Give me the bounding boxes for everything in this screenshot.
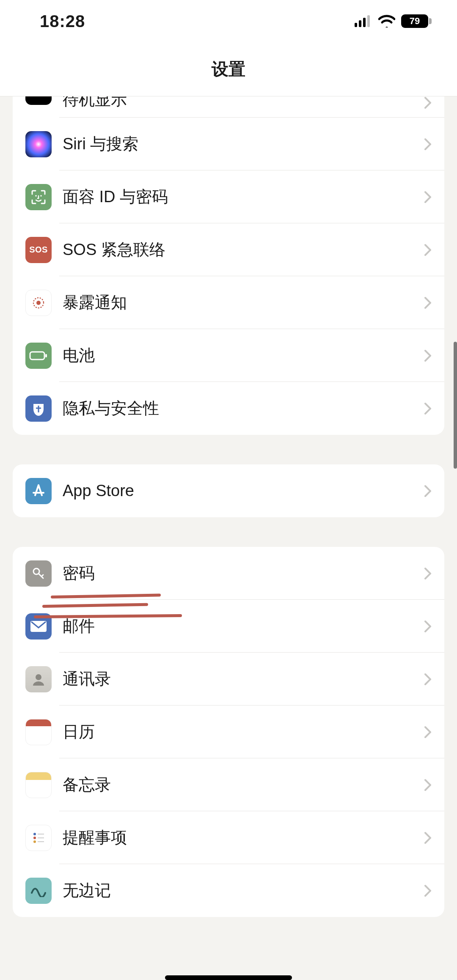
settings-row-label: 通讯录 bbox=[63, 668, 424, 690]
settings-row-label: 无边记 bbox=[63, 880, 424, 901]
settings-row-appstore[interactable]: App Store bbox=[13, 464, 444, 517]
settings-row-battery[interactable]: 电池 bbox=[13, 329, 444, 382]
page-title: 设置 bbox=[212, 58, 245, 81]
chevron-right-icon bbox=[424, 485, 432, 497]
settings-row-label: App Store bbox=[63, 482, 424, 500]
status-bar: 18:28 79 bbox=[0, 0, 457, 42]
passwords-icon bbox=[25, 560, 52, 587]
settings-row-label: 面容 ID 与密码 bbox=[63, 186, 424, 208]
chevron-right-icon bbox=[424, 884, 432, 897]
svg-point-15 bbox=[33, 840, 36, 843]
settings-row-notes[interactable]: 备忘录 bbox=[13, 758, 444, 811]
contacts-icon bbox=[25, 666, 52, 692]
chevron-right-icon bbox=[424, 779, 432, 791]
nav-bar: 设置 bbox=[0, 42, 457, 96]
svg-rect-8 bbox=[30, 352, 44, 360]
status-icons: 79 bbox=[355, 14, 432, 28]
privacy-icon bbox=[25, 395, 52, 422]
settings-group-apps: 密码 邮件 通讯录 日历 bbox=[13, 547, 444, 917]
settings-row-label: 待机显示 bbox=[63, 96, 424, 110]
svg-point-13 bbox=[33, 833, 36, 835]
settings-row-reminders[interactable]: 提醒事项 bbox=[13, 811, 444, 864]
chevron-right-icon bbox=[424, 191, 432, 203]
chevron-right-icon bbox=[424, 567, 432, 580]
settings-row-label: SOS 紧急联络 bbox=[63, 239, 424, 261]
settings-row-freeform[interactable]: 无边记 bbox=[13, 864, 444, 917]
svg-rect-9 bbox=[45, 354, 47, 357]
settings-row-passwords[interactable]: 密码 bbox=[13, 547, 444, 600]
chevron-right-icon bbox=[424, 673, 432, 686]
settings-row-label: 日历 bbox=[63, 721, 424, 743]
settings-row-label: 提醒事项 bbox=[63, 827, 424, 848]
appstore-icon bbox=[25, 478, 52, 504]
faceid-icon bbox=[25, 184, 52, 210]
svg-point-4 bbox=[35, 195, 37, 197]
freeform-icon bbox=[25, 878, 52, 904]
calendar-icon bbox=[25, 719, 52, 745]
chevron-right-icon bbox=[424, 244, 432, 256]
chevron-right-icon bbox=[424, 402, 432, 415]
standby-icon bbox=[25, 96, 52, 105]
svg-rect-2 bbox=[363, 18, 366, 27]
chevron-right-icon bbox=[424, 96, 432, 109]
settings-row-label: 邮件 bbox=[63, 615, 424, 637]
settings-row-privacy[interactable]: 隐私与安全性 bbox=[13, 382, 444, 435]
chevron-right-icon bbox=[424, 138, 432, 151]
settings-row-label: 电池 bbox=[63, 345, 424, 366]
cellular-icon bbox=[355, 15, 372, 27]
settings-row-mail[interactable]: 邮件 bbox=[13, 600, 444, 653]
settings-row-label: Siri 与搜索 bbox=[63, 133, 424, 155]
settings-row-label: 暴露通知 bbox=[63, 292, 424, 313]
chevron-right-icon bbox=[424, 296, 432, 309]
exposure-icon bbox=[25, 290, 52, 316]
settings-row-sos[interactable]: SOS SOS 紧急联络 bbox=[13, 223, 444, 276]
chevron-right-icon bbox=[424, 349, 432, 362]
svg-rect-1 bbox=[359, 20, 361, 27]
settings-group-store: App Store bbox=[13, 464, 444, 517]
settings-row-label: 备忘录 bbox=[63, 774, 424, 796]
wifi-icon bbox=[378, 15, 395, 27]
svg-point-12 bbox=[36, 674, 41, 680]
svg-point-14 bbox=[33, 837, 36, 839]
chevron-right-icon bbox=[424, 726, 432, 738]
settings-scroll[interactable]: 待机显示 Siri 与搜索 面容 ID 与密码 SOS SOS 紧急联络 bbox=[0, 96, 457, 980]
chevron-right-icon bbox=[424, 832, 432, 844]
home-indicator bbox=[165, 975, 292, 980]
settings-row-standby[interactable]: 待机显示 bbox=[13, 96, 444, 118]
svg-point-5 bbox=[40, 195, 42, 197]
settings-row-label: 密码 bbox=[63, 563, 424, 584]
battery-percent: 79 bbox=[410, 16, 420, 27]
settings-row-siri[interactable]: Siri 与搜索 bbox=[13, 118, 444, 170]
settings-row-contacts[interactable]: 通讯录 bbox=[13, 653, 444, 705]
notes-icon bbox=[25, 772, 52, 798]
battery-settings-icon bbox=[25, 343, 52, 369]
scroll-indicator bbox=[454, 342, 457, 469]
settings-row-exposure[interactable]: 暴露通知 bbox=[13, 276, 444, 329]
status-time: 18:28 bbox=[40, 12, 85, 31]
siri-icon bbox=[25, 131, 52, 157]
svg-rect-3 bbox=[367, 15, 370, 27]
svg-point-6 bbox=[36, 301, 41, 305]
chevron-right-icon bbox=[424, 620, 432, 633]
reminders-icon bbox=[25, 825, 52, 851]
battery-icon: 79 bbox=[401, 14, 432, 28]
settings-row-faceid[interactable]: 面容 ID 与密码 bbox=[13, 170, 444, 223]
svg-rect-0 bbox=[355, 23, 357, 27]
settings-row-calendar[interactable]: 日历 bbox=[13, 705, 444, 758]
settings-group-general: 待机显示 Siri 与搜索 面容 ID 与密码 SOS SOS 紧急联络 bbox=[13, 96, 444, 435]
settings-row-label: 隐私与安全性 bbox=[63, 398, 424, 419]
sos-icon: SOS bbox=[25, 237, 52, 263]
